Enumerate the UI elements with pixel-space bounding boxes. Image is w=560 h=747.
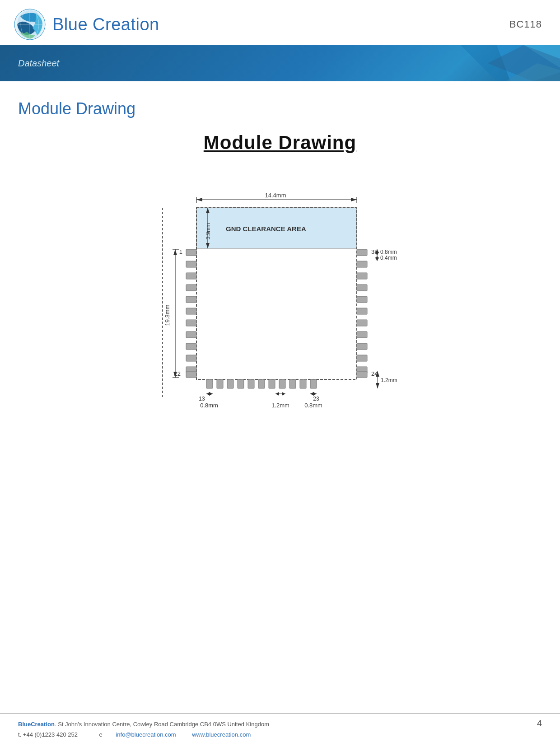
- svg-marker-58: [173, 249, 177, 255]
- svg-rect-28: [357, 249, 367, 256]
- svg-marker-80: [275, 392, 279, 396]
- page-title: Module Drawing: [18, 99, 542, 118]
- svg-text:14.4mm: 14.4mm: [265, 192, 286, 199]
- svg-text:0.4mm: 0.4mm: [380, 255, 397, 261]
- diagram-wrapper: Module Drawing GND CLEARANCE AREA 3.9mm: [122, 132, 438, 448]
- footer-website-link[interactable]: www.bluecreation.com: [192, 731, 251, 738]
- pin13-label: 13: [199, 396, 205, 402]
- svg-marker-77: [209, 392, 213, 396]
- svg-marker-52: [196, 198, 202, 201]
- svg-rect-35: [357, 331, 367, 338]
- svg-rect-40: [206, 379, 213, 388]
- svg-rect-27: [186, 371, 196, 378]
- right-pads: [357, 249, 367, 378]
- svg-rect-39: [357, 371, 367, 378]
- svg-rect-37: [357, 355, 367, 361]
- svg-rect-31: [357, 285, 367, 291]
- svg-rect-34: [357, 320, 367, 326]
- svg-rect-21: [186, 308, 196, 314]
- svg-rect-45: [258, 379, 265, 388]
- svg-rect-41: [217, 379, 223, 388]
- svg-rect-24: [186, 343, 196, 350]
- svg-rect-17: [186, 261, 196, 267]
- svg-marker-81: [282, 392, 285, 396]
- svg-marker-85: [313, 392, 317, 396]
- svg-rect-22: [186, 320, 196, 326]
- footer-email-label: e: [99, 731, 103, 738]
- svg-text:GND CLEARANCE AREA: GND CLEARANCE AREA: [226, 225, 306, 233]
- footer-company: BlueCreation: [18, 721, 55, 728]
- svg-rect-23: [186, 331, 196, 338]
- footer-page-number: 4: [537, 718, 542, 728]
- footer-top: BlueCreation. St John's Innovation Centr…: [18, 714, 542, 728]
- logo-area: Blue Creation: [14, 8, 159, 41]
- drawing-title: Module Drawing: [122, 132, 438, 154]
- footer-address: BlueCreation. St John's Innovation Centr…: [18, 721, 269, 728]
- svg-rect-30: [357, 273, 367, 279]
- svg-rect-48: [289, 379, 296, 388]
- svg-rect-36: [357, 343, 367, 350]
- pin12-label: 12: [174, 370, 181, 377]
- logo-icon: [14, 8, 46, 41]
- svg-text:1.2mm: 1.2mm: [271, 402, 289, 409]
- main-content: Module Drawing GND CLEARANCE AREA 3.9mm: [0, 132, 560, 448]
- pin23-label: 23: [313, 396, 319, 402]
- svg-rect-44: [248, 379, 254, 388]
- svg-rect-43: [238, 379, 244, 388]
- left-pads: [186, 249, 196, 378]
- footer-email-link[interactable]: info@bluecreation.com: [116, 731, 176, 738]
- banner-decoration: [406, 45, 560, 81]
- svg-rect-46: [269, 379, 275, 388]
- svg-rect-50: [310, 379, 317, 388]
- svg-rect-25: [186, 355, 196, 361]
- svg-text:3.9mm: 3.9mm: [205, 223, 211, 240]
- banner-label: Datasheet: [18, 58, 59, 69]
- bottom-pads: [206, 379, 317, 388]
- svg-text:0.8mm: 0.8mm: [200, 402, 218, 409]
- doc-id: BC118: [509, 19, 542, 30]
- svg-text:1.2mm: 1.2mm: [381, 377, 397, 383]
- svg-text:0.8mm: 0.8mm: [380, 249, 397, 255]
- diagram-container: Module Drawing GND CLEARANCE AREA 3.9mm: [18, 132, 542, 448]
- svg-rect-33: [357, 308, 367, 314]
- svg-rect-42: [227, 379, 233, 388]
- svg-rect-16: [186, 249, 196, 256]
- svg-rect-19: [186, 285, 196, 291]
- svg-rect-47: [279, 379, 285, 388]
- footer-contact: t. +44 (0)1223 420 252 e info@bluecreati…: [18, 731, 542, 738]
- header: Blue Creation BC118: [0, 0, 560, 45]
- svg-rect-20: [186, 296, 196, 303]
- svg-rect-29: [357, 261, 367, 267]
- banner: Datasheet: [0, 45, 560, 81]
- svg-rect-49: [300, 379, 306, 388]
- svg-marker-53: [351, 198, 357, 201]
- svg-text:0.8mm: 0.8mm: [304, 402, 322, 409]
- svg-rect-18: [186, 273, 196, 279]
- svg-text:19.3mm: 19.3mm: [164, 305, 171, 326]
- footer-address-text: St John's Innovation Centre, Cowley Road…: [58, 721, 269, 728]
- svg-rect-32: [357, 296, 367, 303]
- footer-phone: t. +44 (0)1223 420 252: [18, 731, 78, 738]
- module-drawing-svg: GND CLEARANCE AREA 3.9mm: [135, 163, 425, 443]
- pin1-label: 1: [179, 248, 182, 255]
- svg-marker-73: [376, 383, 379, 388]
- logo-text: Blue Creation: [52, 15, 159, 34]
- footer: BlueCreation. St John's Innovation Centr…: [0, 713, 560, 747]
